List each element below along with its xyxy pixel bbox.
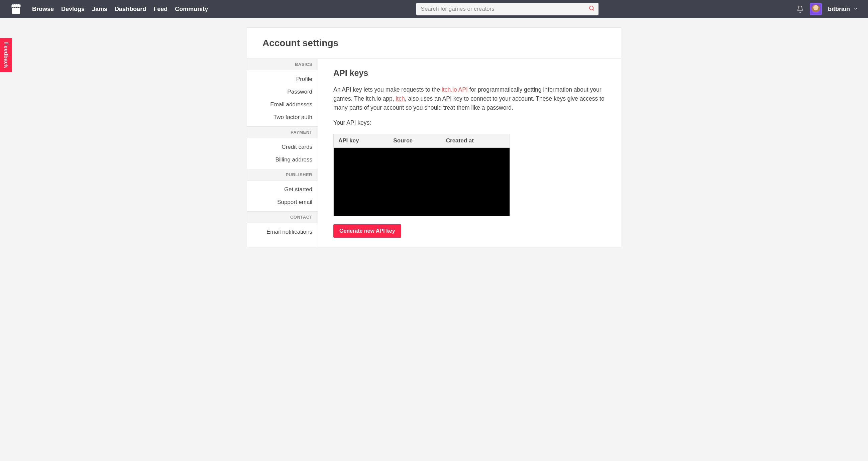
link-itchio-api[interactable]: itch.io API	[442, 86, 468, 93]
sidebar-item-password[interactable]: Password	[247, 86, 318, 98]
sidebar-item-two-factor[interactable]: Two factor auth	[247, 111, 318, 124]
search-container	[416, 3, 598, 16]
intro-paragraph: An API key lets you make requests to the…	[333, 85, 606, 112]
right-nav: bitbrain	[797, 3, 858, 15]
api-keys-table-body-redacted	[334, 147, 509, 216]
generate-api-key-button[interactable]: Generate new API key	[333, 224, 401, 238]
nav-jams[interactable]: Jams	[92, 6, 107, 13]
sidebar-item-email-notifications[interactable]: Email notifications	[247, 226, 318, 238]
site-logo[interactable]	[10, 3, 22, 15]
svg-point-0	[589, 6, 593, 10]
nav-dashboard[interactable]: Dashboard	[115, 6, 146, 13]
section-heading: API keys	[333, 68, 606, 78]
api-keys-table-wrap: API key Source Created at	[333, 134, 510, 217]
nav-community[interactable]: Community	[175, 6, 208, 13]
user-menu[interactable]: bitbrain	[828, 6, 858, 13]
nav-links: Browse Devlogs Jams Dashboard Feed Commu…	[32, 6, 208, 13]
sidebar-item-get-started[interactable]: Get started	[247, 183, 318, 196]
page-title: Account settings	[262, 38, 606, 49]
sidebar-item-billing-address[interactable]: Billing address	[247, 153, 318, 166]
th-source: Source	[389, 134, 441, 148]
svg-line-1	[592, 9, 594, 11]
nav-feed[interactable]: Feed	[153, 6, 167, 13]
th-api-key: API key	[334, 134, 389, 148]
nav-devlogs[interactable]: Devlogs	[61, 6, 85, 13]
sidebar-header-publisher: PUBLISHER	[247, 169, 318, 181]
link-itch-app[interactable]: itch	[396, 95, 405, 102]
sidebar-item-support-email[interactable]: Support email	[247, 196, 318, 209]
settings-sidebar: BASICS Profile Password Email addresses …	[247, 59, 318, 247]
settings-container: Account settings BASICS Profile Password…	[247, 27, 621, 247]
sidebar-header-contact: CONTACT	[247, 211, 318, 223]
username-label: bitbrain	[828, 6, 850, 13]
top-nav: Browse Devlogs Jams Dashboard Feed Commu…	[0, 0, 868, 18]
main-panel: API keys An API key lets you make reques…	[318, 59, 621, 247]
feedback-tab[interactable]: Feedback	[0, 38, 12, 72]
search-icon[interactable]	[588, 5, 595, 13]
search-input[interactable]	[416, 3, 598, 16]
sidebar-header-basics: BASICS	[247, 59, 318, 70]
avatar[interactable]	[810, 3, 822, 15]
sidebar-item-credit-cards[interactable]: Credit cards	[247, 141, 318, 153]
page-header: Account settings	[247, 28, 621, 59]
nav-browse[interactable]: Browse	[32, 6, 54, 13]
your-keys-label: Your API keys:	[333, 118, 606, 127]
th-created-at: Created at	[441, 134, 509, 148]
sidebar-item-profile[interactable]: Profile	[247, 73, 318, 86]
sidebar-item-email-addresses[interactable]: Email addresses	[247, 98, 318, 111]
chevron-down-icon	[853, 6, 858, 13]
sidebar-header-payment: PAYMENT	[247, 126, 318, 138]
api-keys-table: API key Source Created at	[334, 134, 509, 216]
notifications-icon[interactable]	[797, 5, 804, 13]
